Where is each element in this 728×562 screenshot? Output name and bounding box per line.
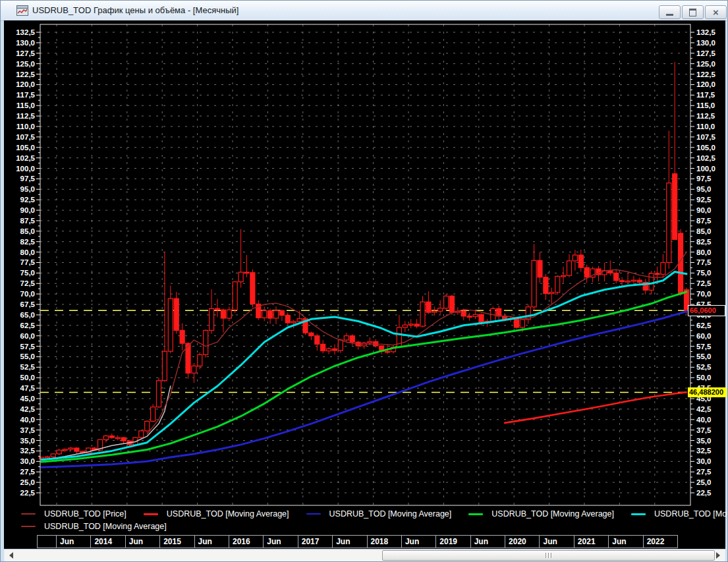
svg-text:82,5: 82,5: [696, 238, 712, 246]
close-button[interactable]: ×: [705, 5, 727, 19]
svg-text:70,0: 70,0: [20, 290, 35, 298]
svg-text:22,5: 22,5: [20, 489, 36, 497]
svg-text:95,0: 95,0: [20, 185, 35, 193]
svg-text:60,0: 60,0: [20, 332, 35, 340]
svg-text:130,0: 130,0: [16, 39, 35, 47]
time-axis-cell: 2016: [229, 535, 264, 548]
thumb-grip-icon: [546, 553, 547, 558]
svg-text:85,0: 85,0: [20, 227, 35, 235]
svg-text:77,5: 77,5: [20, 258, 36, 266]
svg-text:42,5: 42,5: [696, 405, 712, 413]
time-axis-cell: Jun: [263, 535, 298, 548]
legend-item: USDRUB_TOD [Moving Average]: [144, 509, 289, 519]
time-axis-cell: 2019: [435, 535, 470, 548]
svg-text:105,0: 105,0: [16, 144, 35, 152]
legend-line-swatch-icon: [468, 513, 483, 515]
window-titlebar[interactable]: USDRUB_TOD График цены и объёма - [Месяч…: [1, 1, 728, 21]
svg-text:27,5: 27,5: [20, 468, 36, 476]
legend-item: USDRUB_TOD [Moving Average]: [21, 522, 167, 531]
svg-text:127,5: 127,5: [16, 49, 35, 57]
svg-text:90,0: 90,0: [696, 206, 711, 214]
scrollbar-thumb[interactable]: [382, 550, 715, 561]
svg-text:117,5: 117,5: [696, 91, 715, 99]
svg-text:125,0: 125,0: [696, 60, 715, 68]
legend-label: USDRUB_TOD [Price]: [44, 509, 126, 519]
time-axis-cell: Jun: [125, 535, 160, 548]
legend-item: USDRUB_TOD [Price]: [21, 509, 126, 519]
legend-row: USDRUB_TOD [Price]USDRUB_TOD [Moving Ave…: [21, 508, 728, 520]
svg-text:22,5: 22,5: [696, 489, 712, 497]
svg-text:62,5: 62,5: [20, 322, 36, 329]
svg-text:75,0: 75,0: [696, 269, 711, 277]
svg-text:85,0: 85,0: [696, 227, 711, 235]
svg-text:127,5: 127,5: [696, 49, 715, 57]
time-axis-cell: Jun: [608, 535, 643, 548]
window-icon[interactable]: [16, 5, 28, 16]
svg-text:65,0: 65,0: [20, 311, 35, 319]
svg-text:62,5: 62,5: [696, 322, 712, 329]
legend-item: USDRUB_TOD [Moving Average]: [468, 509, 614, 519]
legend-label: USDRUB_TOD [Moving Average]: [654, 509, 728, 519]
svg-text:80,0: 80,0: [20, 248, 35, 256]
svg-text:75,0: 75,0: [20, 269, 35, 277]
svg-text:115,0: 115,0: [16, 101, 35, 109]
svg-text:130,0: 130,0: [696, 39, 715, 47]
svg-text:77,5: 77,5: [696, 258, 712, 266]
svg-text:35,0: 35,0: [20, 437, 35, 445]
svg-text:120,0: 120,0: [16, 80, 35, 88]
svg-text:42,5: 42,5: [20, 405, 36, 413]
svg-text:95,0: 95,0: [696, 185, 711, 193]
time-axis-cell: 2018: [367, 535, 402, 548]
restore-button[interactable]: [682, 5, 704, 19]
svg-text:50,0: 50,0: [20, 374, 35, 381]
svg-text:80,0: 80,0: [696, 248, 711, 256]
svg-text:50,0: 50,0: [696, 374, 711, 381]
svg-text:40,0: 40,0: [20, 416, 35, 424]
svg-text:102,5: 102,5: [696, 154, 715, 162]
scroll-left-arrow-icon[interactable]: [9, 552, 13, 559]
time-axis-cell: Jun: [470, 535, 505, 548]
time-axis-cell: 2021: [574, 535, 609, 548]
restore-icon: [689, 9, 696, 16]
svg-text:67,5: 67,5: [20, 300, 36, 308]
svg-text:112,5: 112,5: [696, 112, 715, 120]
svg-text:47,5: 47,5: [20, 384, 36, 392]
svg-text:32,5: 32,5: [696, 447, 712, 455]
svg-text:110,0: 110,0: [16, 123, 35, 130]
legend-row: USDRUB_TOD [Moving Average]: [21, 520, 728, 532]
time-axis-strip[interactable]: Jun2014Jun2015Jun2016Jun2017Jun2018Jun20…: [37, 535, 678, 548]
ma-value-tag: 46,488200: [688, 387, 727, 397]
window-title: USDRUB_TOD График цены и объёма - [Месяч…: [32, 5, 238, 15]
chart-plot-area[interactable]: 22,522,525,025,027,527,530,030,032,532,5…: [4, 20, 725, 549]
time-axis-cell: Jun: [56, 535, 91, 548]
svg-text:52,5: 52,5: [20, 363, 36, 371]
svg-text:92,5: 92,5: [20, 196, 36, 204]
app-window: USDRUB_TOD График цены и объёма - [Месяч…: [0, 0, 728, 562]
svg-text:132,5: 132,5: [696, 28, 715, 36]
svg-text:60,0: 60,0: [696, 332, 711, 340]
time-axis-cell: Jun: [401, 535, 436, 548]
legend-label: USDRUB_TOD [Moving Average]: [167, 509, 289, 519]
time-axis-cell: 2017: [298, 535, 333, 548]
svg-text:55,0: 55,0: [20, 352, 35, 360]
minimize-button[interactable]: [659, 5, 681, 19]
svg-text:72,5: 72,5: [20, 279, 36, 287]
svg-text:25,0: 25,0: [20, 478, 35, 486]
svg-text:120,0: 120,0: [696, 80, 715, 88]
legend-line-swatch-icon: [631, 513, 646, 515]
svg-text:32,5: 32,5: [20, 447, 36, 455]
svg-text:100,0: 100,0: [696, 165, 715, 173]
svg-text:57,5: 57,5: [696, 343, 712, 351]
svg-text:97,5: 97,5: [696, 175, 712, 183]
svg-text:105,0: 105,0: [696, 144, 715, 152]
minimize-icon: [666, 14, 673, 16]
svg-text:132,5: 132,5: [16, 28, 35, 36]
time-axis-cell: 2020: [505, 535, 540, 548]
close-icon: ×: [713, 7, 719, 17]
svg-text:122,5: 122,5: [16, 70, 35, 78]
svg-text:87,5: 87,5: [20, 217, 36, 225]
thumb-grip-icon: [551, 553, 552, 558]
legend-label: USDRUB_TOD [Moving Average]: [44, 522, 167, 531]
svg-text:92,5: 92,5: [696, 196, 712, 204]
scroll-right-arrow-icon[interactable]: [716, 552, 720, 559]
